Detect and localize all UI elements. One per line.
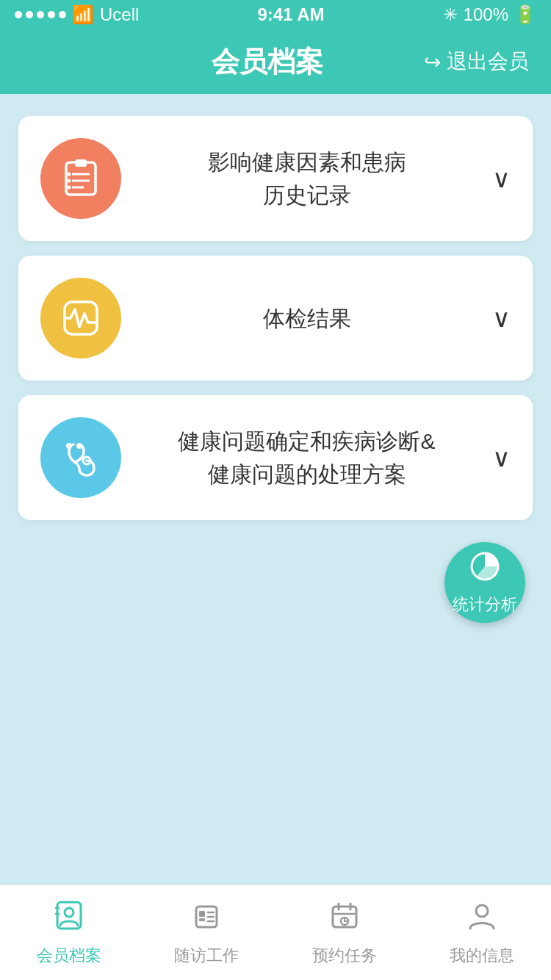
main-content: 影响健康因素和患病历史记录 ∨ 体检结果 ∨ 健康问题确定和疾病诊断&健康问题的… (0, 94, 551, 884)
heartrate-icon (59, 296, 103, 340)
svg-point-6 (68, 179, 71, 183)
tab-myinfo[interactable]: 我的信息 (414, 899, 552, 967)
tab-appointment-label: 预约任务 (312, 945, 377, 967)
svg-rect-1 (75, 159, 87, 167)
diagnosis-icon-circle (40, 417, 121, 498)
status-bar: 📶 Ucell 9:41 AM ✳ 100% 🔋 (0, 0, 551, 29)
status-left: 📶 Ucell (15, 4, 139, 25)
status-right: ✳ 100% 🔋 (443, 4, 536, 25)
tab-myinfo-label: 我的信息 (450, 945, 514, 967)
tab-appointment[interactable]: 预约任务 (276, 899, 414, 967)
battery-icon: 🔋 (514, 4, 536, 25)
stethoscope-icon (59, 436, 103, 480)
pie-chart-icon (469, 550, 501, 583)
stats-fab-icon (469, 550, 501, 589)
fab-container: 统计分析 (18, 535, 533, 862)
svg-point-11 (76, 443, 82, 449)
tab-appointment-icon (328, 899, 361, 939)
svg-point-7 (68, 186, 71, 190)
svg-point-30 (476, 905, 488, 917)
page-title: 会员档案 (110, 43, 424, 81)
stats-fab-label: 统计分析 (453, 594, 517, 616)
stats-fab-button[interactable]: 统计分析 (444, 542, 525, 623)
tab-bar: 会员档案 随访工作 (0, 884, 551, 980)
exam-results-text: 体检结果 (143, 302, 470, 335)
svg-rect-0 (66, 162, 96, 195)
health-factors-text: 影响健康因素和患病历史记录 (143, 145, 470, 212)
svg-point-14 (65, 908, 73, 917)
card-diagnosis[interactable]: 健康问题确定和疾病诊断&健康问题的处理方案 ∨ (18, 395, 533, 520)
tab-followup-label: 随访工作 (174, 945, 239, 967)
svg-rect-19 (199, 918, 205, 921)
tab-followup[interactable]: 随访工作 (138, 899, 276, 967)
wifi-icon: 📶 (72, 4, 94, 25)
clipboard-icon (59, 156, 103, 201)
card-health-factors[interactable]: 影响健康因素和患病历史记录 ∨ (18, 116, 533, 241)
card-exam-results[interactable]: 体检结果 ∨ (18, 256, 533, 381)
tab-member-label: 会员档案 (37, 945, 101, 967)
tab-member[interactable]: 会员档案 (0, 899, 138, 967)
header: 会员档案 ↪ 退出会员 (0, 29, 551, 94)
tab-followup-icon (190, 899, 223, 939)
svg-point-5 (68, 173, 71, 176)
diagnosis-text: 健康问题确定和疾病诊断&健康问题的处理方案 (143, 425, 470, 491)
battery-label: 100% (464, 4, 508, 25)
logout-icon: ↪ (424, 50, 441, 74)
signal-dots (15, 11, 66, 18)
exam-results-chevron: ∨ (492, 303, 511, 333)
svg-rect-18 (199, 911, 205, 917)
health-factors-chevron: ∨ (492, 164, 511, 193)
svg-point-10 (66, 443, 72, 449)
diagnosis-chevron: ∨ (492, 443, 511, 472)
logout-label: 退出会员 (447, 48, 529, 76)
bluetooth-icon: ✳ (443, 4, 458, 25)
carrier-label: Ucell (100, 4, 139, 25)
tab-member-icon (53, 899, 85, 939)
logout-button[interactable]: ↪ 退出会员 (424, 48, 529, 76)
time-label: 9:41 AM (257, 4, 324, 25)
health-factors-icon-circle (40, 138, 121, 219)
exam-results-icon-circle (40, 278, 121, 359)
tab-myinfo-icon (466, 899, 498, 939)
